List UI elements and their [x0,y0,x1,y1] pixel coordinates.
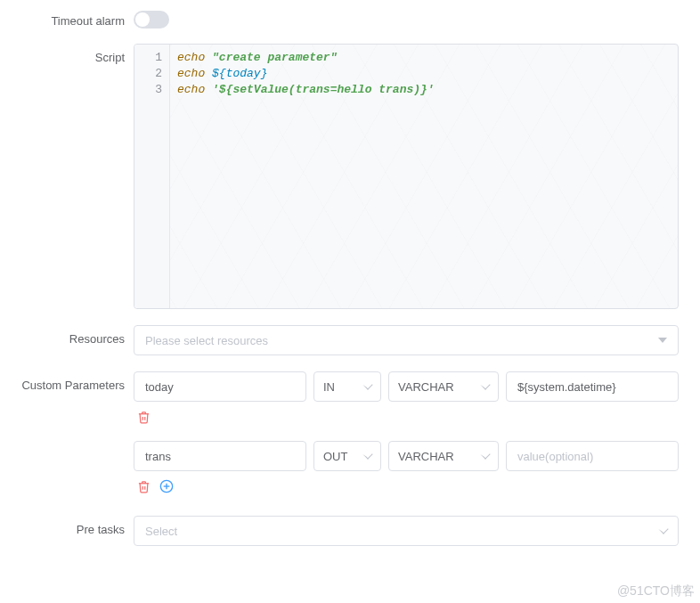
param-direction-select[interactable]: OUT [313,441,381,471]
row-pre-tasks: Pre tasks Select [0,516,679,546]
param-name-input[interactable] [134,371,306,402]
row-timeout: Timeout alarm [0,7,679,28]
label-timeout: Timeout alarm [0,7,134,28]
param-row: OUT VARCHAR [134,441,679,471]
pre-tasks-select[interactable]: Select [134,516,679,546]
plus-circle-icon [159,479,174,493]
param-value-input[interactable] [506,371,679,402]
trash-icon [137,480,151,493]
label-resources: Resources [0,325,134,346]
delete-param-button[interactable] [135,409,151,425]
chevron-down-icon [480,449,490,459]
param-direction-select[interactable]: IN [313,371,381,402]
pre-tasks-placeholder: Select [145,525,177,538]
param-value-input[interactable] [506,441,679,471]
toggle-timeout-alarm[interactable] [134,11,169,29]
trash-icon [137,411,151,424]
param-row: IN VARCHAR [134,371,679,402]
chevron-down-icon [658,524,668,534]
delete-param-button[interactable] [135,478,151,494]
param-name-input[interactable] [134,441,306,471]
editor-gutter: 123 [134,45,170,308]
editor-content[interactable]: echo "create parameter" echo ${today} ec… [170,45,442,308]
chevron-down-icon [658,338,667,343]
script-editor[interactable]: 123 echo "create parameter" echo ${today… [134,44,679,309]
label-custom-params: Custom Parameters [0,371,134,392]
chevron-down-icon [480,379,490,389]
row-resources: Resources Please select resources [0,325,679,355]
add-param-button[interactable] [159,478,175,494]
resources-placeholder: Please select resources [145,334,268,347]
label-script: Script [0,44,134,64]
chevron-down-icon [362,379,372,389]
row-custom-params: Custom Parameters IN VARCHAR OUT [0,371,679,510]
param-type-select[interactable]: VARCHAR [388,441,499,471]
row-script: Script 123 echo "create parameter" echo … [0,44,679,309]
label-pre-tasks: Pre tasks [0,516,134,536]
param-type-select[interactable]: VARCHAR [388,371,499,402]
resources-select[interactable]: Please select resources [134,325,679,355]
chevron-down-icon [362,449,372,459]
